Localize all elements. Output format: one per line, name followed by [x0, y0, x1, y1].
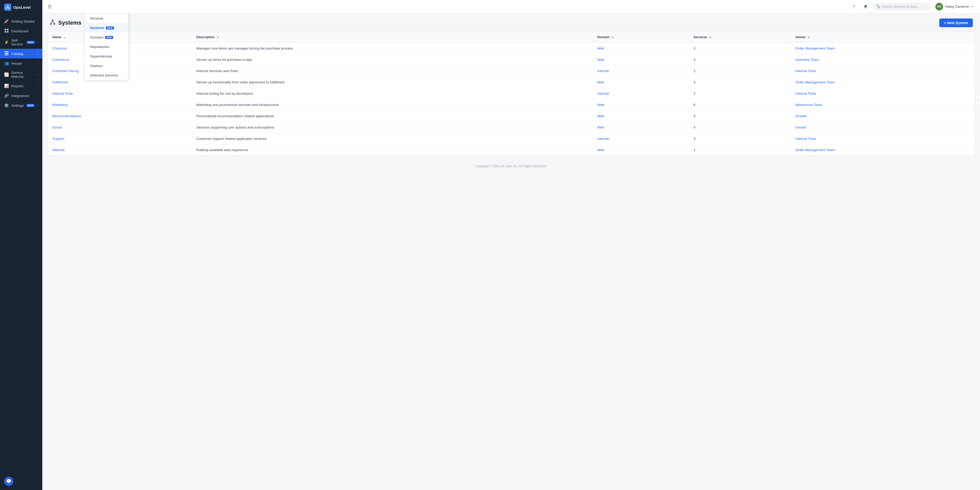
chat-button[interactable]: 💬 [4, 477, 13, 486]
owner-link[interactable]: Warehouse Team [795, 103, 822, 107]
owner-link[interactable]: Internal Tools [795, 137, 816, 140]
dropdown-item-deploys[interactable]: Deploys [85, 61, 128, 70]
dropdown-label-systems: Systems [90, 26, 104, 30]
domain-link[interactable]: Web [597, 46, 605, 50]
owner-link[interactable]: Order Management Team [795, 148, 835, 152]
search-box[interactable]: 🔍 [873, 3, 930, 10]
domain-link[interactable]: Web [597, 103, 605, 107]
owner-sort-icon: ⇅ [808, 36, 810, 39]
dropdown-item-repositories[interactable]: Repositories [85, 42, 128, 51]
user-menu-chevron: ▾ [971, 5, 973, 8]
sidebar-item-settings[interactable]: ⚙️ Settings NEW › [0, 101, 42, 110]
owner-link[interactable]: Order Management Team [795, 80, 835, 84]
dropdown-item-systems[interactable]: Systems NEW [85, 23, 128, 33]
cell-name: Website [48, 144, 192, 156]
owner-link[interactable]: Growth [795, 114, 807, 118]
system-name-link[interactable]: Social [52, 125, 62, 129]
sidebar-item-self-service[interactable]: ⚡ Self-Service NEW › [0, 36, 42, 49]
system-name-link[interactable]: Customer Facing [52, 69, 79, 73]
cell-description: Serves up functionality from order place… [192, 77, 593, 88]
domain-link[interactable]: Internal [597, 69, 609, 73]
cell-name: Social [48, 122, 192, 133]
cell-owner: Order Management Team [791, 77, 975, 88]
system-name-link[interactable]: Checkout [52, 46, 67, 50]
system-name-link[interactable]: Recommendations [52, 114, 81, 118]
sidebar-label-getting-started: Getting Started [11, 19, 35, 23]
dropdown-label-detected-services: Detected Services [90, 73, 118, 77]
sidebar-item-people[interactable]: 👥 People › [0, 59, 42, 68]
menu-toggle[interactable]: ☰ [48, 4, 51, 10]
collapse-sidebar-btn[interactable]: ⟨ [975, 96, 980, 105]
systems-table: Name ▲ Description ⇅ Domain ⇅ Services ⇅ [48, 32, 975, 155]
svg-line-16 [52, 21, 54, 24]
integrations-icon: 🔗 [4, 93, 9, 98]
domain-link[interactable]: Web [597, 114, 605, 118]
sidebar-logo[interactable]: OpsLevel [0, 0, 42, 14]
name-sort-icon: ▲ [63, 36, 66, 39]
domain-link[interactable]: Web [597, 80, 605, 84]
sidebar-item-getting-started[interactable]: 🚀 Getting Started [0, 16, 42, 26]
dropdown-item-dependencies[interactable]: Dependencies [85, 51, 128, 61]
search-input[interactable] [882, 5, 927, 8]
owner-link[interactable]: Growth [795, 125, 807, 129]
owner-link[interactable]: Inventory Team [795, 58, 819, 62]
domain-link[interactable]: Internal [597, 92, 609, 96]
owner-link[interactable]: Order Management Team [795, 46, 835, 50]
user-menu[interactable]: HC Haley Cameron ▾ [933, 2, 975, 11]
cell-domain: Web [593, 54, 689, 65]
settings-icon: ⚙️ [4, 103, 9, 108]
system-name-link[interactable]: Fulfillment [52, 80, 68, 84]
self-service-badge: NEW [27, 41, 35, 44]
sidebar-item-integrations[interactable]: 🔗 Integrations › [0, 91, 42, 101]
notifications-button[interactable] [862, 3, 870, 11]
system-name-link[interactable]: Website [52, 148, 65, 152]
service-maturity-arrow: › [37, 73, 38, 76]
reports-icon: 📊 [4, 84, 9, 88]
cell-description: Internal tooling for use by developers [192, 88, 593, 99]
sidebar-item-catalog[interactable]: Catalog › [0, 49, 42, 59]
domain-link[interactable]: Web [597, 125, 605, 129]
sidebar-label-integrations: Integrations [11, 94, 30, 98]
sidebar-item-reports[interactable]: 📊 Reports › [0, 81, 42, 91]
cell-domain: Internal [593, 133, 689, 144]
svg-point-2 [8, 8, 10, 9]
dropdown-item-services[interactable]: Services [85, 14, 128, 23]
sidebar-label-catalog: Catalog [11, 52, 23, 56]
col-domain[interactable]: Domain ⇅ [593, 32, 689, 43]
domain-link[interactable]: Web [597, 148, 605, 152]
system-name-link[interactable]: Marketing [52, 103, 67, 107]
sidebar-label-self-service: Self-Service [11, 38, 24, 46]
col-description[interactable]: Description ⇅ [192, 32, 593, 43]
cell-domain: Web [593, 77, 689, 88]
content-area: Systems + New System Name ▲ Description … [42, 13, 980, 490]
page-title-icon [49, 19, 56, 27]
col-services[interactable]: Services ⇅ [689, 32, 791, 43]
domain-link[interactable]: Web [597, 58, 605, 62]
dropdown-label-domains: Domains [90, 35, 103, 39]
table-card: Name ▲ Description ⇅ Domain ⇅ Services ⇅ [48, 31, 975, 156]
system-name-link[interactable]: Commerce [52, 58, 69, 62]
sidebar-bottom: 💬 [0, 472, 42, 490]
cell-owner: Order Management Team [791, 43, 975, 54]
system-name-link[interactable]: Internal Tools [52, 92, 73, 96]
help-button[interactable]: ? [850, 3, 858, 11]
owner-link[interactable]: Internal Tools [795, 69, 816, 73]
self-service-arrow: › [37, 41, 38, 44]
domain-sort-icon: ⇅ [611, 36, 614, 39]
cell-domain: Web [593, 43, 689, 54]
dropdown-item-domains[interactable]: Domains NEW [85, 33, 128, 42]
cell-owner: Growth [791, 110, 975, 122]
domain-link[interactable]: Internal [597, 137, 609, 140]
cell-owner: Warehouse Team [791, 99, 975, 110]
footer: Copyright © 2023 J/K Labs Inc. All Right… [42, 161, 980, 172]
new-system-button[interactable]: + New System [939, 19, 973, 27]
col-owner[interactable]: Owner ⇅ [791, 32, 975, 43]
dropdown-label-deploys: Deploys [90, 64, 103, 68]
sidebar-item-service-maturity[interactable]: 📈 Service Maturity › [0, 68, 42, 81]
svg-line-3 [7, 7, 8, 8]
sidebar-item-dashboard[interactable]: Dashboard [0, 26, 42, 36]
owner-link[interactable]: Internal Tools [795, 92, 816, 96]
dropdown-item-detected-services[interactable]: Detected Services [85, 70, 128, 80]
system-name-link[interactable]: Support [52, 137, 64, 140]
svg-point-0 [7, 6, 8, 7]
